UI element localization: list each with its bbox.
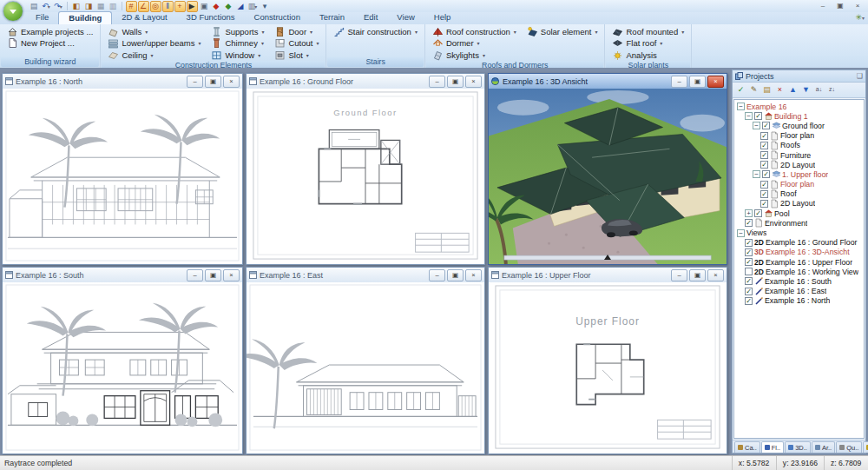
toolbar-overflow-icon[interactable]: ▾: [260, 1, 271, 12]
collapse-icon[interactable]: −: [753, 122, 760, 129]
visibility-checkbox[interactable]: ✓: [760, 190, 768, 198]
menu-tab-2d-layout[interactable]: 2D & Layout: [112, 11, 176, 23]
visibility-checkbox[interactable]: ✓: [754, 112, 762, 120]
menu-tab-edit[interactable]: Edit: [354, 11, 387, 23]
minimize-button[interactable]: –: [671, 269, 687, 281]
ribbon-item-walls[interactable]: Walls▾: [106, 26, 202, 37]
visibility-checkbox[interactable]: ✓: [745, 219, 753, 227]
menu-tab-3d-functions[interactable]: 3D Functions: [177, 11, 245, 23]
viewport-ground-floor-titlebar[interactable]: Example 16 : Ground Floor –▣×: [247, 74, 484, 89]
panel-tab-pv[interactable]: PV..: [863, 441, 868, 453]
eraser-icon[interactable]: ◢: [235, 1, 247, 12]
tree-item-example-16-3d-ansicht[interactable]: ✓3DExample 16 : 3D-Ansicht: [734, 248, 864, 257]
visibility-checkbox[interactable]: ✓: [745, 277, 753, 285]
collapse-icon[interactable]: −: [745, 112, 753, 120]
ribbon-item-flat-roof[interactable]: Flat roof▾: [610, 38, 686, 50]
confirm-button[interactable]: ✓: [735, 84, 746, 96]
menu-tab-help[interactable]: Help: [424, 11, 461, 23]
minimize-button[interactable]: –: [671, 76, 687, 88]
ribbon-item-dormer[interactable]: Dormer▾: [431, 38, 518, 50]
tree-item-example-16-upper-floor[interactable]: ✓2DExample 16 : Upper Floor: [734, 257, 864, 267]
menu-tab-terrain[interactable]: Terrain: [310, 11, 354, 23]
restore-button[interactable]: ▣: [447, 269, 464, 281]
open-button[interactable]: ▤: [761, 84, 773, 96]
visibility-checkbox[interactable]: ✓: [745, 248, 753, 256]
marker-red-icon[interactable]: ◆: [211, 1, 222, 12]
close-button[interactable]: ×: [707, 269, 724, 281]
visibility-checkbox[interactable]: ✓: [760, 151, 768, 159]
ribbon-item-analysis[interactable]: Analysis: [610, 50, 686, 61]
viewport-north[interactable]: Example 16 : North –▣×: [2, 73, 243, 265]
view-3d-icon[interactable]: ◨: [83, 1, 95, 12]
redo-icon[interactable]: ↷▾: [53, 1, 64, 12]
ribbon-item-slot[interactable]: Slot▾: [273, 50, 320, 61]
guide-lines-icon[interactable]: ‖: [162, 1, 174, 12]
visibility-checkbox[interactable]: ✓: [754, 209, 762, 217]
ribbon-item-window[interactable]: Window▾: [209, 50, 266, 61]
menu-tab-view[interactable]: View: [387, 11, 424, 23]
new-document-icon[interactable]: ▤: [29, 1, 40, 12]
viewport-3d-titlebar[interactable]: Example 16 : 3D Ansicht –▣×: [489, 74, 727, 89]
viewport-3d[interactable]: Example 16 : 3D Ansicht –▣×: [488, 73, 727, 265]
east-elevation-canvas[interactable]: [247, 282, 484, 453]
application-menu-button[interactable]: [3, 1, 23, 22]
visibility-checkbox[interactable]: ✓: [745, 297, 753, 305]
tree-item-1-upper-floor[interactable]: −✓1. Upper floor: [734, 169, 864, 179]
3d-render-canvas[interactable]: [489, 89, 727, 264]
select-arrow-icon[interactable]: ▶: [187, 1, 198, 12]
sort-ascending-button[interactable]: a↓: [813, 84, 825, 96]
projects-panel-header[interactable]: Projects ❏: [733, 70, 865, 83]
tree-item-roof[interactable]: ✓Roof: [734, 189, 864, 199]
menu-tab-building[interactable]: Building: [58, 11, 112, 24]
viewport-south[interactable]: Example 16 : South –▣×: [2, 267, 243, 454]
tree-item-ground-floor[interactable]: −✓Ground floor: [734, 121, 864, 130]
visibility-checkbox[interactable]: ✓: [762, 122, 770, 129]
crosshair-icon[interactable]: +: [174, 1, 186, 12]
tree-item-example-16-south[interactable]: ✓Example 16 : South: [734, 276, 864, 286]
tree-item-views[interactable]: −Views: [734, 228, 864, 237]
viewport-east-titlebar[interactable]: Example 16 : East –▣×: [247, 268, 484, 283]
restore-button[interactable]: ▣: [205, 76, 221, 88]
visibility-checkbox[interactable]: ✓: [760, 200, 768, 208]
viewport-north-titlebar[interactable]: Example 16 : North –▣×: [3, 74, 242, 89]
restore-window-button[interactable]: ▣: [832, 0, 849, 11]
viewport-upper-floor[interactable]: Example 16 : Upper Floor –▣× Upper Floor: [488, 267, 727, 454]
close-button[interactable]: ×: [465, 76, 482, 88]
minimize-button[interactable]: –: [429, 76, 445, 88]
expand-icon[interactable]: +: [745, 209, 753, 217]
collapse-icon[interactable]: −: [737, 229, 745, 237]
ribbon-item-roof-construction[interactable]: Roof construction▾: [431, 26, 518, 37]
visibility-checkbox[interactable]: ✓: [745, 258, 753, 266]
menu-tab-construction[interactable]: Construction: [245, 11, 310, 23]
panel-tab-fl[interactable]: Fl..: [761, 441, 784, 453]
restore-button[interactable]: ▣: [447, 76, 464, 88]
ribbon-item-new-project[interactable]: New Project ...: [5, 38, 95, 50]
restore-button[interactable]: ▣: [689, 269, 706, 281]
collapse-icon[interactable]: −: [753, 170, 760, 178]
close-button[interactable]: ×: [223, 269, 240, 281]
south-elevation-canvas[interactable]: [3, 282, 242, 453]
north-elevation-canvas[interactable]: [3, 89, 242, 264]
visibility-checkbox[interactable]: ✓: [745, 239, 753, 247]
ribbon-item-lower-upper-beams[interactable]: Lower/upper beams▾: [106, 38, 202, 50]
visibility-checkbox[interactable]: ✓: [760, 142, 768, 149]
marker-green-icon[interactable]: ◆: [223, 1, 234, 12]
copy-icon[interactable]: ▥▾: [247, 1, 259, 12]
tree-item-example-16-north[interactable]: ✓Example 16 : North: [734, 296, 864, 306]
ribbon-item-supports[interactable]: Supports▾: [209, 26, 266, 37]
ribbon-item-stair-construction[interactable]: Stair construction▾: [332, 26, 418, 37]
angle-snap-icon[interactable]: ∠: [138, 1, 149, 12]
visibility-checkbox[interactable]: ✓: [760, 161, 768, 169]
view-2d-icon[interactable]: ◧: [71, 1, 82, 12]
new-window-icon[interactable]: ▣: [199, 1, 210, 12]
tree-item-building-1[interactable]: −✓Building 1: [734, 111, 864, 121]
delete-button[interactable]: ×: [774, 84, 786, 96]
restore-button[interactable]: ▣: [205, 269, 221, 281]
grid-toggle-icon[interactable]: #: [126, 1, 137, 12]
panel-tab-3d[interactable]: 3D..: [785, 441, 811, 453]
close-button[interactable]: ×: [707, 76, 724, 88]
ribbon-item-cutout[interactable]: Cutout▾: [273, 38, 320, 50]
collapse-icon[interactable]: −: [737, 103, 745, 110]
menu-tab-file[interactable]: File: [26, 11, 58, 23]
visibility-checkbox[interactable]: [745, 268, 753, 275]
